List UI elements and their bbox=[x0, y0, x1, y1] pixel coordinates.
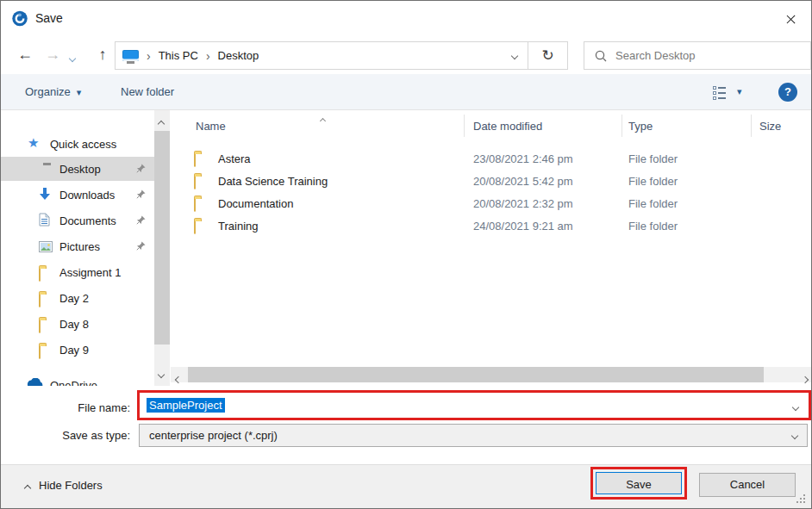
column-header-type[interactable]: Type bbox=[628, 120, 653, 133]
folder-icon bbox=[39, 320, 41, 332]
details-view-icon bbox=[713, 86, 726, 100]
save-button[interactable]: Save bbox=[596, 472, 682, 494]
documents-icon bbox=[39, 213, 50, 229]
view-options-dropdown[interactable]: ▾ bbox=[737, 74, 742, 109]
dialog-footer: Hide Folders Save Cancel bbox=[1, 464, 811, 509]
help-button[interactable]: ? bbox=[778, 83, 797, 102]
column-separator bbox=[621, 115, 622, 137]
resize-grip[interactable] bbox=[803, 501, 805, 503]
organize-button[interactable]: Organize▾ bbox=[25, 74, 81, 109]
file-name-annotation-box: SampleProject bbox=[137, 390, 811, 420]
recent-locations-dropdown[interactable] bbox=[70, 51, 75, 64]
command-toolbar: Organize▾ New folder ▾ ? bbox=[1, 74, 811, 110]
sidebar-item-desktop[interactable]: Desktop bbox=[1, 157, 154, 181]
save-as-type-combobox[interactable]: centerprise project (*.cprj) bbox=[139, 424, 808, 447]
downloads-icon bbox=[39, 188, 51, 203]
column-separator bbox=[464, 115, 465, 137]
folder-icon bbox=[194, 220, 196, 233]
sidebar-item-assigment-1[interactable]: Assigment 1 bbox=[1, 260, 154, 284]
file-row-data-science-training[interactable]: Data Science Training 20/08/2021 5:42 pm… bbox=[171, 170, 811, 192]
scrollbar-thumb[interactable] bbox=[188, 367, 764, 382]
folder-icon bbox=[194, 198, 196, 211]
scroll-right-icon[interactable] bbox=[803, 372, 808, 385]
sidebar-item-downloads[interactable]: Downloads bbox=[1, 183, 154, 207]
folder-icon bbox=[39, 268, 41, 281]
chevron-down-icon: ▾ bbox=[77, 87, 82, 97]
cancel-button[interactable]: Cancel bbox=[699, 473, 796, 497]
close-icon bbox=[785, 14, 796, 25]
hide-folders-button[interactable]: Hide Folders bbox=[25, 479, 103, 492]
save-dialog-window: Save ← → ↑ › This PC › Desktop ↻ Organiz… bbox=[0, 0, 812, 509]
column-header-date-modified[interactable]: Date modified bbox=[473, 120, 542, 133]
scrollbar-thumb[interactable] bbox=[154, 131, 170, 345]
sort-ascending-icon bbox=[321, 113, 325, 126]
column-header-size[interactable]: Size bbox=[759, 120, 781, 133]
sidebar-item-quick-access[interactable]: ★ Quick access bbox=[1, 132, 154, 156]
pin-icon bbox=[136, 189, 146, 199]
file-name-selected-text: SampleProject bbox=[147, 398, 225, 413]
sidebar-item-day-2[interactable]: Day 2 bbox=[1, 286, 154, 310]
dialog-content: ★ Quick access Desktop Downloads bbox=[1, 110, 811, 386]
breadcrumb[interactable]: › This PC › Desktop bbox=[115, 41, 528, 70]
search-input[interactable] bbox=[615, 49, 796, 62]
pictures-icon bbox=[39, 241, 53, 255]
search-box[interactable] bbox=[584, 41, 811, 70]
new-folder-button[interactable]: New folder bbox=[121, 74, 174, 109]
file-row-training[interactable]: Training 24/08/2021 9:21 am File folder bbox=[171, 214, 811, 237]
horizontal-scrollbar[interactable] bbox=[171, 367, 811, 382]
sidebar-item-pictures[interactable]: Pictures bbox=[1, 234, 154, 258]
file-name-label: File name: bbox=[1, 401, 130, 414]
breadcrumb-item-this-pc[interactable]: This PC bbox=[159, 49, 198, 62]
breadcrumb-separator-icon: › bbox=[147, 49, 151, 63]
refresh-icon: ↻ bbox=[541, 47, 553, 65]
quick-access-star-icon: ★ bbox=[28, 136, 39, 149]
titlebar: Save bbox=[1, 1, 811, 37]
pin-icon bbox=[136, 164, 146, 173]
scroll-left-icon[interactable] bbox=[176, 372, 181, 385]
folder-icon bbox=[39, 345, 41, 358]
close-button[interactable] bbox=[771, 1, 809, 37]
file-row-documentation[interactable]: Documentation 20/08/2021 2:32 pm File fo… bbox=[171, 192, 811, 214]
sidebar-item-onedrive[interactable]: OneDrive bbox=[1, 371, 154, 386]
column-separator bbox=[751, 115, 752, 137]
file-name-combobox[interactable]: SampleProject bbox=[140, 393, 809, 418]
centerprise-logo-icon bbox=[11, 10, 28, 27]
save-as-type-dropdown-icon bbox=[791, 432, 798, 439]
onedrive-cloud-icon bbox=[26, 378, 44, 386]
pin-icon bbox=[136, 215, 146, 225]
save-as-type-label: Save as type: bbox=[1, 429, 130, 442]
sidebar-item-documents[interactable]: Documents bbox=[1, 208, 154, 233]
sidebar-scrollbar[interactable] bbox=[154, 110, 170, 386]
pin-icon bbox=[136, 241, 146, 251]
folder-icon bbox=[194, 176, 196, 189]
search-icon bbox=[595, 50, 607, 62]
scroll-up-icon[interactable] bbox=[159, 116, 164, 129]
scroll-down-icon[interactable] bbox=[159, 367, 164, 380]
file-name-dropdown-icon[interactable] bbox=[792, 404, 799, 411]
save-as-type-value: centerprise project (*.cprj) bbox=[149, 429, 278, 442]
file-row-astera[interactable]: Astera 23/08/2021 2:46 pm File folder bbox=[171, 147, 811, 170]
sidebar-item-day-8[interactable]: Day 8 bbox=[1, 312, 154, 336]
save-annotation-box: Save bbox=[590, 467, 687, 500]
view-options-button[interactable] bbox=[713, 86, 726, 100]
refresh-button[interactable]: ↻ bbox=[528, 41, 568, 70]
forward-button[interactable]: → bbox=[41, 42, 65, 66]
chevron-down-icon bbox=[69, 55, 76, 62]
back-button[interactable]: ← bbox=[13, 42, 37, 66]
breadcrumb-separator-icon: › bbox=[206, 49, 210, 63]
sidebar-item-day-9[interactable]: Day 9 bbox=[1, 338, 154, 362]
breadcrumb-item-desktop[interactable]: Desktop bbox=[218, 49, 259, 62]
up-button[interactable]: ↑ bbox=[91, 42, 115, 66]
column-header-name[interactable]: Name bbox=[196, 120, 226, 133]
chevron-up-icon bbox=[24, 485, 31, 492]
folder-icon bbox=[39, 294, 41, 307]
this-pc-icon bbox=[122, 50, 139, 61]
window-title: Save bbox=[35, 11, 63, 25]
folder-icon bbox=[194, 153, 196, 166]
breadcrumb-dropdown-icon[interactable] bbox=[511, 52, 518, 59]
